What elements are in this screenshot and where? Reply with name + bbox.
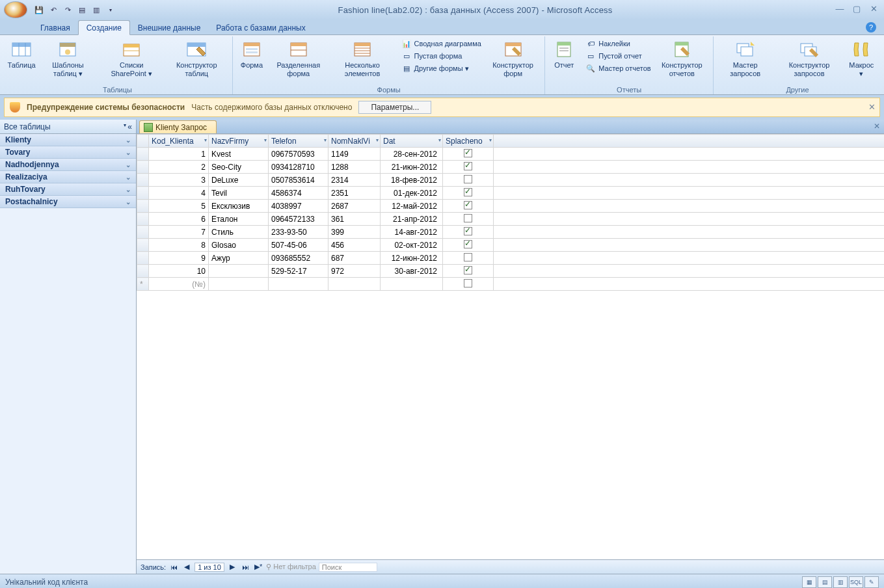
cell-telefon[interactable]: 4586374: [269, 187, 328, 200]
table-row[interactable]: 8Glosao507-45-0645602-окт-2012: [137, 239, 885, 252]
cell-dat[interactable]: 01-дек-2012: [381, 187, 443, 200]
nav-group-ruhtovary[interactable]: RuhTovary⌄: [0, 183, 136, 196]
prev-record-button[interactable]: ◀: [181, 563, 192, 571]
table-templates-button[interactable]: Шаблоны таблиц ▾: [38, 38, 98, 79]
nav-group-tovary[interactable]: Tovary⌄: [0, 146, 136, 159]
cell-nomnakl[interactable]: 2351: [328, 187, 381, 200]
cell-nazv[interactable]: Еталон: [209, 213, 269, 226]
form-button[interactable]: Форма: [237, 38, 267, 71]
pivot-chart-view-button[interactable]: ▥: [833, 576, 848, 588]
cell-splacheno[interactable]: [443, 252, 494, 265]
table-design-button[interactable]: Конструктор таблиц: [165, 38, 228, 79]
cell-telefon[interactable]: 233-93-50: [269, 226, 328, 239]
new-row[interactable]: *(№): [137, 278, 885, 291]
checkbox[interactable]: [464, 253, 472, 261]
more-forms-button[interactable]: ▤Другие формы ▾: [399, 62, 484, 74]
help-icon[interactable]: ?: [866, 22, 876, 33]
next-record-button[interactable]: ▶: [227, 563, 237, 571]
object-tab[interactable]: Klienty Запрос: [139, 120, 217, 133]
cell-splacheno[interactable]: [443, 200, 494, 213]
cell-dat[interactable]: 02-окт-2012: [381, 239, 443, 252]
report-wizard-button[interactable]: 🔍Мастер отчетов: [583, 62, 653, 74]
nav-group-klienty[interactable]: Klienty⌄: [0, 134, 136, 146]
last-record-button[interactable]: ⏭: [240, 563, 250, 571]
row-selector[interactable]: [137, 161, 149, 174]
nav-group-realizaciya[interactable]: Realizaciya⌄: [0, 171, 136, 183]
checkbox[interactable]: [464, 201, 472, 209]
split-form-button[interactable]: Разделенная форма: [268, 38, 329, 79]
cell-nazv[interactable]: [209, 265, 269, 278]
filter-icon[interactable]: ▾: [204, 137, 207, 143]
checkbox[interactable]: [464, 227, 472, 235]
query-wizard-button[interactable]: Мастер запросов: [717, 38, 773, 79]
cell-telefon[interactable]: 0964572133: [269, 213, 328, 226]
filter-icon[interactable]: ▾: [376, 137, 379, 143]
cell-nomnakl[interactable]: 2687: [328, 200, 381, 213]
cell-telefon[interactable]: 529-52-17: [269, 265, 328, 278]
tab-home[interactable]: Главная: [33, 21, 78, 34]
row-selector[interactable]: [137, 200, 149, 213]
cell-kod[interactable]: 8: [149, 239, 209, 252]
checkbox[interactable]: [464, 279, 472, 287]
cell-nazv[interactable]: Seo-City: [209, 161, 269, 174]
close-button[interactable]: ✕: [867, 5, 880, 15]
cell-telefon[interactable]: 507-45-06: [269, 239, 328, 252]
cell-nomnakl[interactable]: 687: [328, 252, 381, 265]
column-header-nazvfirmy[interactable]: NazvFirmy▾: [209, 135, 269, 148]
table-row[interactable]: 10529-52-1797230-авг-2012: [137, 265, 885, 278]
cell-splacheno[interactable]: [443, 239, 494, 252]
labels-button[interactable]: 🏷Наклейки: [583, 38, 653, 49]
column-header-splacheno[interactable]: Splacheno▾: [443, 135, 494, 148]
pivot-table-view-button[interactable]: ▤: [818, 576, 832, 588]
cell-dat[interactable]: 12-май-2012: [381, 200, 443, 213]
row-selector[interactable]: [137, 174, 149, 187]
macro-button[interactable]: Макрос ▾: [846, 38, 877, 79]
cell-kod[interactable]: 7: [149, 226, 209, 239]
blank-report-button[interactable]: ▭Пустой отчет: [583, 50, 653, 62]
cell-splacheno[interactable]: [443, 265, 494, 278]
row-selector[interactable]: [137, 213, 149, 226]
new-record-button[interactable]: ▶*: [253, 563, 263, 571]
cell-dat[interactable]: 14-авг-2012: [381, 226, 443, 239]
minimize-button[interactable]: —: [833, 5, 846, 15]
table-row[interactable]: 1Kvest0967570593114928-сен-2012: [137, 148, 885, 161]
table-row[interactable]: 4Tevil4586374235101-дек-2012: [137, 187, 885, 200]
cell-telefon[interactable]: 0934128710: [269, 161, 328, 174]
qat-icon[interactable]: ▤: [75, 3, 88, 16]
select-all-corner[interactable]: [137, 135, 149, 148]
cell-nazv[interactable]: DeLuxe: [209, 174, 269, 187]
table-row[interactable]: 7Стиль233-93-5039914-авг-2012: [137, 226, 885, 239]
redo-icon[interactable]: ↷: [61, 3, 74, 16]
row-selector[interactable]: [137, 265, 149, 278]
qat-icon2[interactable]: ▥: [90, 3, 103, 16]
tab-database-tools[interactable]: Работа с базами данных: [208, 21, 313, 34]
row-selector[interactable]: [137, 252, 149, 265]
security-close-icon[interactable]: ✕: [868, 102, 876, 112]
cell-telefon[interactable]: 0967570593: [269, 148, 328, 161]
form-design-button[interactable]: Конструктор форм: [485, 38, 541, 79]
cell-kod[interactable]: (№): [149, 278, 209, 291]
filter-icon[interactable]: ▾: [438, 137, 441, 143]
row-selector[interactable]: [137, 226, 149, 239]
cell-dat[interactable]: 30-авг-2012: [381, 265, 443, 278]
cell-splacheno[interactable]: [443, 174, 494, 187]
datasheet-view-button[interactable]: ▦: [802, 576, 816, 588]
cell-kod[interactable]: 5: [149, 200, 209, 213]
column-header-dat[interactable]: Dat▾: [381, 135, 443, 148]
cell-splacheno[interactable]: [443, 161, 494, 174]
dropdown-icon[interactable]: ▾: [124, 122, 126, 131]
cell-nazv[interactable]: Стиль: [209, 226, 269, 239]
cell-dat[interactable]: 28-сен-2012: [381, 148, 443, 161]
security-options-button[interactable]: Параметры...: [358, 101, 431, 114]
cell-splacheno[interactable]: [443, 187, 494, 200]
cell-kod[interactable]: 6: [149, 213, 209, 226]
cell-splacheno[interactable]: [443, 148, 494, 161]
nav-group-postachalnicy[interactable]: Postachalnicy⌄: [0, 196, 136, 208]
checkbox[interactable]: [464, 149, 472, 157]
cell-dat[interactable]: 21-июн-2012: [381, 161, 443, 174]
cell-nazv[interactable]: Tevil: [209, 187, 269, 200]
search-box[interactable]: Поиск: [319, 563, 377, 572]
row-selector[interactable]: [137, 148, 149, 161]
report-design-button[interactable]: Конструктор отчетов: [655, 38, 709, 79]
nav-header[interactable]: Все таблицы ▾«: [0, 120, 136, 134]
